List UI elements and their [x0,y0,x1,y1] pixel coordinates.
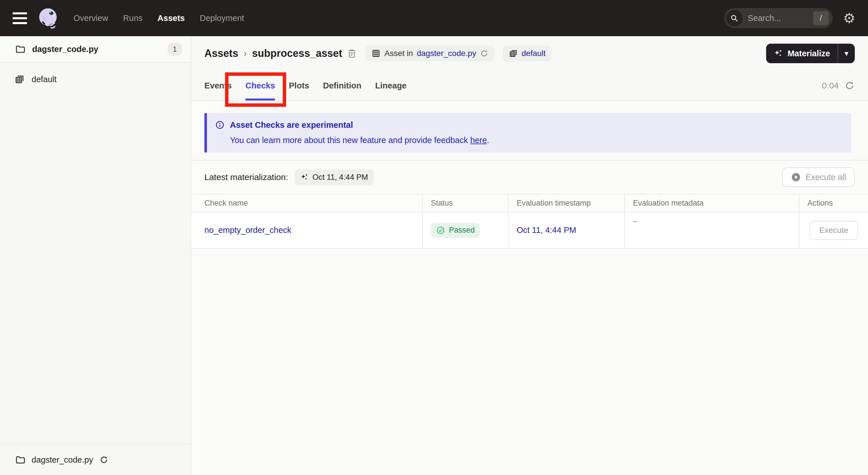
banner-title: Asset Checks are experimental [230,120,353,130]
refresh-icon[interactable] [844,81,855,91]
status-badge: Passed [431,223,480,238]
sparkles-icon [774,49,783,58]
gear-icon[interactable]: ⚙ [843,11,856,25]
copy-asset-name-icon[interactable] [347,48,357,59]
materialize-button[interactable]: Materialize [766,43,838,63]
sidebar-item-group-default[interactable]: default [0,69,191,89]
materialize-dropdown-caret[interactable]: ▾ [838,43,855,63]
sidebar-footer: dagster_code.py [0,444,191,475]
group-tag-link[interactable]: default [522,49,546,58]
sparkles-icon [300,173,309,181]
primary-nav: Overview Runs Assets Deployment [73,13,244,23]
materialization-timestamp-text: Oct 11, 4:44 PM [313,173,368,182]
experimental-banner: Asset Checks are experimental You can le… [205,113,851,152]
nav-item-assets[interactable]: Assets [158,13,185,23]
banner-body: You can learn more about this new featur… [215,136,843,145]
hamburger-menu-icon[interactable] [12,12,27,24]
info-icon [215,120,225,130]
top-navbar: Overview Runs Assets Deployment / ⚙ [0,0,868,36]
folder-icon [15,44,25,54]
tab-checks[interactable]: Checks [245,71,275,100]
latest-materialization-bar: Latest materialization: Oct 11, 4:44 PM … [191,160,868,194]
dagster-logo[interactable] [36,6,60,30]
banner-feedback-link[interactable]: here [470,136,487,145]
evaluation-metadata-value: – [625,212,799,248]
execute-button[interactable]: Execute [809,221,858,240]
check-circle-icon [436,226,445,235]
nav-item-deployment[interactable]: Deployment [200,13,244,23]
column-header-evaluation-timestamp: Evaluation timestamp [508,194,625,212]
materialize-split-button: Materialize ▾ [766,43,855,63]
asset-group-icon [14,74,25,84]
table-header-row: Check name Status Evaluation timestamp E… [191,194,868,212]
table-row: no_empty_order_check Passed Oct 11, 4:44… [191,212,868,248]
execute-all-button[interactable]: Execute all [782,168,855,187]
breadcrumb: Assets › subprocess_asset Asset in dagst… [205,43,855,63]
asset-table-icon [371,49,381,58]
group-label: default [32,75,57,84]
app-root: Overview Runs Assets Deployment / ⚙ dags… [0,0,868,475]
column-header-actions: Actions [799,194,868,212]
refresh-icon[interactable] [480,49,489,58]
refresh-timer: 0:04 [822,81,855,91]
evaluation-timestamp-link[interactable]: Oct 11, 4:44 PM [517,226,576,235]
tab-plots[interactable]: Plots [289,71,309,100]
folder-icon [15,455,25,465]
asset-location-tag: Asset in dagster_code.py [366,46,494,61]
group-tag: default [503,46,551,61]
sidebar-item-code-location[interactable]: dagster_code.py 1 [0,36,191,63]
check-name-link[interactable]: no_empty_order_check [205,226,291,235]
breadcrumb-separator: › [243,48,247,59]
page-title: subprocess_asset [252,48,342,59]
tab-definition[interactable]: Definition [323,71,361,100]
asset-group-icon [508,49,518,58]
materialize-label: Materialize [787,49,830,58]
column-header-status: Status [423,194,508,212]
play-circle-icon [791,172,801,182]
asset-tag-code-location-link[interactable]: dagster_code.py [417,49,476,58]
execute-all-label: Execute all [805,173,846,182]
asset-tabs: Events Checks Plots Definition Lineage 0… [205,71,855,100]
column-header-evaluation-metadata: Evaluation metadata [625,194,799,212]
search-input[interactable] [743,13,813,23]
reload-icon[interactable] [99,455,108,464]
tab-lineage[interactable]: Lineage [375,71,407,100]
main-content: Assets › subprocess_asset Asset in dagst… [191,36,868,475]
asset-tag-prefix: Asset in [384,49,413,58]
latest-materialization-timestamp[interactable]: Oct 11, 4:44 PM [294,170,374,185]
code-location-label: dagster_code.py [32,44,98,54]
footer-code-location-label: dagster_code.py [32,455,93,465]
banner-body-suffix: . [487,136,489,145]
tab-events[interactable]: Events [205,71,231,100]
status-label: Passed [449,226,475,235]
checks-table: Check name Status Evaluation timestamp E… [191,194,868,249]
nav-item-runs[interactable]: Runs [123,13,143,23]
refresh-countdown: 0:04 [822,81,839,90]
search-shortcut-key: / [813,11,829,25]
asset-count-badge: 1 [167,43,182,56]
banner-body-text: You can learn more about this new featur… [230,136,470,145]
column-header-check-name: Check name [191,194,423,212]
nav-item-overview[interactable]: Overview [73,13,108,23]
breadcrumb-assets-link[interactable]: Assets [205,48,238,59]
global-search[interactable]: / [724,8,833,28]
asset-sidebar: dagster_code.py 1 default dagster_code.p… [0,36,191,475]
asset-header: Assets › subprocess_asset Asset in dagst… [191,36,868,101]
search-icon [726,10,743,26]
latest-materialization-label: Latest materialization: [205,172,288,182]
